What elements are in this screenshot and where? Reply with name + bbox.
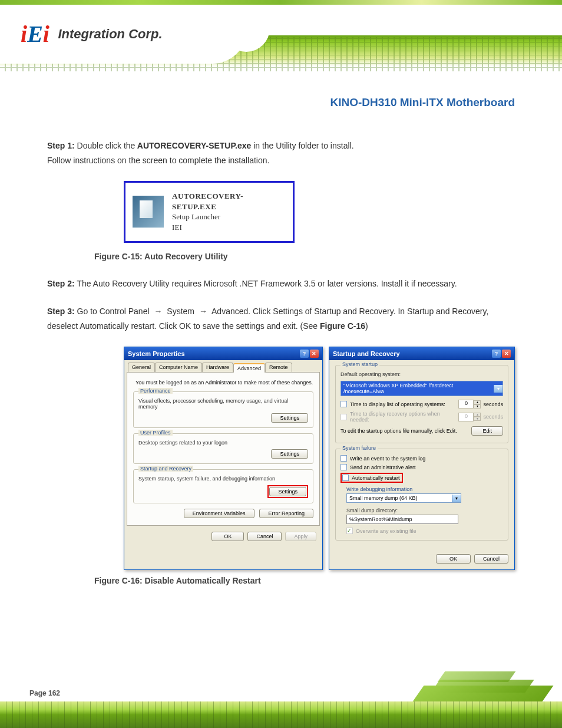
figure-text: AUTORECOVERY-SETUP.EXE Setup Launcher IE…	[172, 191, 286, 232]
ok-button[interactable]: OK	[211, 532, 244, 541]
page-number-label: Page 162	[29, 689, 60, 697]
admin-note: You must be logged on as an Administrato…	[135, 380, 313, 386]
logo-mark: iEi	[21, 20, 49, 48]
main-content: KINO-DH310 Mini-ITX Motherboard Step 1: …	[0, 67, 562, 618]
logo-text: Integration Corp.	[58, 27, 162, 42]
spin-down-icon[interactable]: ▾	[474, 404, 481, 409]
dialog-bottom-buttons: OK Cancel Apply	[124, 528, 322, 547]
dialog-title: Startup and Recovery	[333, 350, 400, 357]
checkbox-time-recovery	[340, 414, 347, 420]
cancel-button[interactable]: Cancel	[474, 554, 508, 564]
logo: iEi Integration Corp.	[21, 20, 163, 48]
doc-title: KINO-DH310 Mini-ITX Motherboard	[47, 96, 515, 109]
group-title: User Profiles	[138, 430, 173, 436]
step-1-text-a: Double click the	[75, 141, 135, 150]
default-os-label: Default operating system:	[340, 371, 503, 377]
user-profiles-settings-button[interactable]: Settings	[271, 449, 308, 459]
write-debug-label: Write debugging information	[346, 486, 503, 492]
dump-dir-input[interactable]	[346, 515, 458, 524]
cancel-button[interactable]: Cancel	[247, 532, 282, 541]
system-startup-group: System startup Default operating system:…	[335, 365, 508, 443]
figure-dialogs: System Properties ? ✕ General Computer N…	[124, 347, 515, 570]
chevron-down-icon: ▾	[494, 385, 503, 393]
step-1-follow: Follow instructions on the screen to com…	[47, 156, 269, 165]
performance-settings-button[interactable]: Settings	[271, 413, 308, 423]
step-2-label: Step 2:	[47, 279, 75, 288]
titlebar: Startup and Recovery ? ✕	[329, 347, 514, 360]
tab-remote[interactable]: Remote	[265, 363, 292, 372]
footer-tech-texture	[0, 701, 562, 728]
figure-16-caption: Figure C-16: Disable Automatically Resta…	[94, 576, 515, 585]
dialog-bottom-buttons: OK Cancel	[329, 551, 514, 569]
system-failure-group: System failure Write an event to the sys…	[335, 449, 508, 541]
help-icon[interactable]: ?	[300, 350, 309, 358]
arrow-icon: →	[199, 307, 207, 316]
figure-line2: Setup Launcher	[172, 212, 286, 222]
figure-line3: IEI	[172, 222, 286, 233]
step-1-label: Step 1:	[47, 141, 75, 150]
overwrite-label: Overwrite any existing file	[356, 528, 416, 534]
arrow-icon: →	[154, 307, 162, 316]
top-accent-bar	[0, 0, 562, 5]
close-icon[interactable]: ✕	[502, 350, 511, 358]
step-3: Step 3: Go to Control Panel → System → A…	[47, 304, 515, 334]
user-profiles-group: User Profiles Desktop settings related t…	[133, 433, 313, 464]
close-icon[interactable]: ✕	[310, 350, 319, 358]
edit-label: To edit the startup options file manuall…	[340, 428, 457, 434]
checkbox-send-alert[interactable]	[340, 464, 347, 470]
checkbox-auto-restart[interactable]	[342, 475, 349, 481]
tab-row: General Computer Name Hardware Advanced …	[124, 360, 322, 372]
tab-advanced[interactable]: Advanced	[233, 363, 265, 373]
step-2: Step 2: The Auto Recovery Utility requir…	[47, 276, 515, 291]
figure-exe-name: AUTORECOVERY-SETUP.EXE	[172, 191, 286, 212]
time-os-label: Time to display list of operating system…	[350, 401, 445, 407]
tab-computer-name[interactable]: Computer Name	[155, 363, 202, 372]
seconds-input-disabled: 0	[458, 413, 474, 421]
spin-up-icon[interactable]: ▴	[474, 400, 481, 404]
environment-variables-button[interactable]: Environment Variables	[184, 509, 254, 518]
step-3-fig-ref: Figure C-16	[320, 321, 365, 331]
seconds-label: seconds	[483, 414, 503, 420]
spin-down-icon: ▾	[474, 417, 481, 421]
page-footer: Page 162	[0, 669, 562, 728]
default-os-combo[interactable]: "Microsoft Windows XP Embedded" /fastdet…	[340, 381, 503, 396]
dialog-title: System Properties	[128, 350, 185, 357]
apply-button[interactable]: Apply	[285, 532, 316, 541]
checkbox-time-os[interactable]	[340, 401, 347, 407]
tab-general[interactable]: General	[128, 363, 155, 372]
startup-recovery-dialog: Startup and Recovery ? ✕ System startup …	[329, 347, 515, 570]
dialog-body: System startup Default operating system:…	[329, 360, 514, 551]
group-title: System failure	[340, 445, 378, 451]
performance-group: Performance Visual effects, processor sc…	[133, 391, 313, 428]
step-3-end: )	[365, 321, 368, 331]
step-3-text-a: Go to Control Panel	[75, 307, 152, 316]
group-title: System startup	[340, 361, 379, 367]
startup-recovery-settings-button[interactable]: Settings	[269, 487, 306, 496]
combo-value: Small memory dump (64 KB)	[349, 495, 418, 501]
auto-restart-label: Automatically restart	[352, 475, 400, 481]
time-recovery-label: Time to display recovery options when ne…	[350, 411, 456, 423]
edit-button[interactable]: Edit	[471, 426, 503, 436]
help-icon[interactable]: ?	[492, 350, 501, 358]
checkbox-write-event[interactable]	[340, 455, 347, 462]
figure-autorecovery-setup: AUTORECOVERY-SETUP.EXE Setup Launcher IE…	[124, 181, 295, 242]
highlight-box: Settings	[267, 485, 308, 498]
titlebar: System Properties ? ✕	[124, 347, 322, 360]
titlebar-buttons: ? ✕	[492, 350, 511, 358]
ok-button[interactable]: OK	[436, 554, 471, 564]
tab-hardware[interactable]: Hardware	[202, 363, 233, 372]
installer-icon	[133, 196, 164, 228]
error-reporting-button[interactable]: Error Reporting	[259, 509, 313, 518]
seconds-input[interactable]: 0	[458, 400, 474, 409]
startup-recovery-group: Startup and Recovery System startup, sys…	[133, 469, 313, 503]
dump-type-combo[interactable]: Small memory dump (64 KB) ▾	[346, 493, 461, 503]
send-alert-label: Send an administrative alert	[350, 465, 416, 470]
figure-15-caption: Figure C-15: Auto Recovery Utility	[94, 252, 515, 261]
group-desc: Desktop settings related to your logon	[138, 440, 308, 446]
dump-dir-label: Small dump directory:	[346, 508, 503, 513]
group-title: Startup and Recovery	[138, 466, 193, 472]
step-1-text-b: in the Utility folder to install.	[253, 141, 353, 150]
exe-filename: AUTORECOVERY-SETUP.exe	[135, 141, 253, 150]
titlebar-buttons: ? ✕	[300, 350, 319, 358]
step-3-text-b: System	[164, 307, 196, 316]
